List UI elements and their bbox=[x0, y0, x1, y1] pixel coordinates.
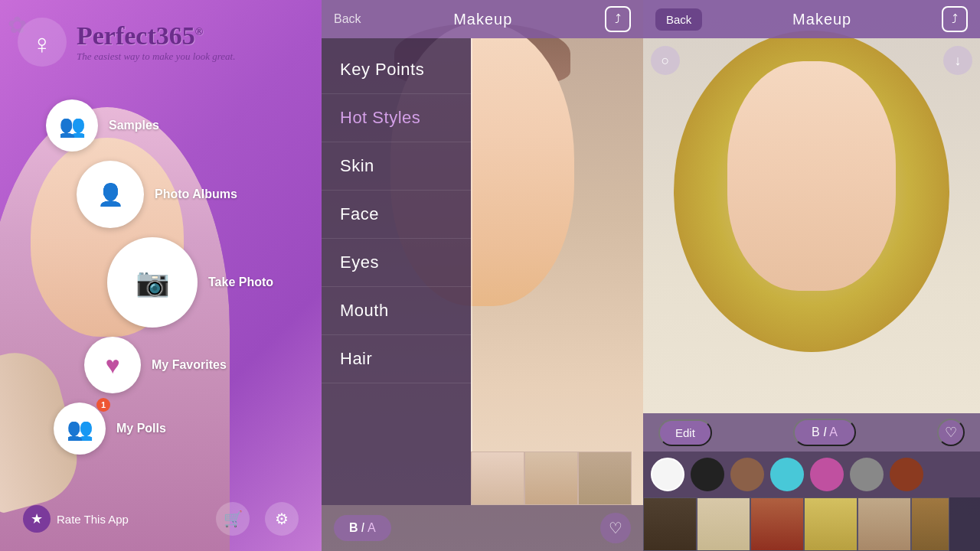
take-photo-label: Take Photo bbox=[208, 276, 273, 289]
middle-panel: Back Makeup ⤴ Key Points Hot Styles Skin… bbox=[322, 0, 643, 551]
rate-label: Rate This App bbox=[57, 513, 129, 526]
svg-text:♀: ♀ bbox=[32, 28, 53, 60]
menu-item-mouth[interactable]: Mouth bbox=[322, 287, 471, 335]
middle-top-bar: Back Makeup ⤴ bbox=[322, 0, 643, 38]
bia-i: I bbox=[361, 521, 364, 535]
samples-label: Samples bbox=[109, 119, 159, 132]
thumb-1[interactable] bbox=[471, 452, 524, 505]
nav-item-favorites[interactable]: ♥ My Favorites bbox=[84, 337, 273, 393]
logo-subtitle: The easiest way to make you look great. bbox=[77, 51, 235, 63]
right-bia-a: A bbox=[829, 425, 838, 439]
nav-item-take-photo[interactable]: 📷 Take Photo bbox=[107, 237, 273, 328]
right-share-button[interactable]: ⤴ bbox=[942, 6, 968, 32]
bia-a: A bbox=[368, 521, 376, 535]
middle-bottom-controls: B I A ♡ bbox=[322, 505, 643, 551]
photo-albums-icon: 👤 bbox=[97, 182, 124, 207]
color-swatch-gray[interactable] bbox=[850, 458, 884, 491]
right-panel: Back Makeup ⤴ ○ ↓ Edit B I A ♡ bbox=[643, 0, 980, 551]
bia-b: B bbox=[349, 521, 358, 535]
color-swatch-brown[interactable] bbox=[730, 458, 764, 491]
favorites-circle[interactable]: ♥ bbox=[84, 337, 141, 393]
right-face-oval bbox=[727, 61, 896, 291]
nav-item-polls[interactable]: 👥 1 My Polls bbox=[54, 403, 273, 455]
cart-button[interactable]: 🛒 bbox=[216, 502, 250, 536]
right-bia-b: B bbox=[812, 425, 820, 439]
logo-text-area: Perfect365® The easiest way to make you … bbox=[77, 21, 235, 63]
left-panel: ✿ ♀ Perfect365® The easiest way to make … bbox=[0, 0, 322, 551]
middle-title: Makeup bbox=[453, 11, 512, 28]
menu-item-key-points[interactable]: Key Points bbox=[322, 46, 471, 94]
logo-reg: ® bbox=[195, 26, 203, 37]
logo-area: ♀ Perfect365® The easiest way to make yo… bbox=[15, 15, 235, 69]
right-thumb-5-img bbox=[858, 498, 910, 550]
polls-label: My Polls bbox=[116, 422, 166, 435]
star-icon: ★ bbox=[23, 505, 51, 533]
polls-icon: 👥 bbox=[67, 416, 93, 442]
color-swatch-pink[interactable] bbox=[810, 458, 844, 491]
color-swatch-white[interactable] bbox=[651, 458, 684, 491]
polls-circle[interactable]: 👥 1 bbox=[54, 403, 106, 455]
heart-icon: ♥ bbox=[106, 351, 120, 380]
right-thumb-5[interactable] bbox=[858, 497, 911, 551]
nav-item-photo-albums[interactable]: 👤 Photo Albums bbox=[77, 161, 273, 228]
download-button[interactable]: ↓ bbox=[943, 46, 972, 75]
nav-item-samples[interactable]: 👥 Samples bbox=[46, 99, 273, 152]
right-thumb-1-img bbox=[644, 498, 696, 550]
color-swatch-cyan[interactable] bbox=[770, 458, 804, 491]
people-icon: 👥 bbox=[59, 113, 86, 139]
right-bia-button[interactable]: B I A bbox=[793, 419, 856, 446]
color-swatch-row bbox=[643, 452, 980, 497]
middle-share-button[interactable]: ⤴ bbox=[605, 6, 631, 32]
thumb-2[interactable] bbox=[524, 452, 578, 505]
favorites-label: My Favorites bbox=[152, 358, 227, 372]
color-swatch-auburn[interactable] bbox=[890, 458, 923, 491]
right-title: Makeup bbox=[792, 11, 851, 28]
logo-title-text: Perfect365 bbox=[77, 21, 195, 50]
right-overlay-controls: ○ ↓ bbox=[643, 38, 980, 83]
right-bottom-controls: Edit B I A ♡ bbox=[643, 413, 980, 551]
logo-title: Perfect365® bbox=[77, 21, 235, 51]
color-swatch-black[interactable] bbox=[691, 458, 724, 491]
right-back-button[interactable]: Back bbox=[655, 8, 702, 31]
menu-overlay: Key Points Hot Styles Skin Face Eyes Mou… bbox=[322, 38, 471, 505]
polls-badge: 1 bbox=[96, 398, 110, 412]
cart-icon: 🛒 bbox=[224, 510, 243, 528]
bottom-icons: 🛒 ⚙ bbox=[216, 502, 299, 536]
right-thumb-4[interactable] bbox=[804, 497, 858, 551]
right-thumb-2[interactable] bbox=[697, 497, 750, 551]
circle-select-button[interactable]: ○ bbox=[651, 46, 680, 75]
right-heart-button[interactable]: ♡ bbox=[937, 419, 965, 446]
right-thumb-4-img bbox=[805, 498, 857, 550]
settings-button[interactable]: ⚙ bbox=[265, 502, 299, 536]
right-bia-i: I bbox=[823, 425, 826, 439]
right-thumb-3[interactable] bbox=[750, 497, 804, 551]
menu-item-hot-styles[interactable]: Hot Styles bbox=[322, 94, 471, 142]
camera-icon: 📷 bbox=[136, 266, 170, 298]
thumbnail-row bbox=[471, 452, 643, 505]
photo-albums-label: Photo Albums bbox=[155, 187, 237, 201]
middle-heart-button[interactable]: ♡ bbox=[600, 513, 631, 543]
menu-item-skin[interactable]: Skin bbox=[322, 142, 471, 191]
samples-circle[interactable]: 👥 bbox=[46, 99, 98, 152]
right-action-bar: Edit B I A ♡ bbox=[643, 413, 980, 452]
bottom-bar: ★ Rate This App 🛒 ⚙ bbox=[0, 502, 322, 536]
right-thumb-2-img bbox=[697, 498, 750, 550]
right-thumbnail-row bbox=[643, 497, 980, 551]
gear-icon: ⚙ bbox=[275, 510, 289, 528]
photo-albums-circle[interactable]: 👤 bbox=[77, 161, 144, 228]
menu-item-hair[interactable]: Hair bbox=[322, 335, 471, 383]
right-thumb-6[interactable] bbox=[911, 497, 949, 551]
rate-app-button[interactable]: ★ Rate This App bbox=[23, 505, 129, 533]
right-thumb-3-img bbox=[751, 498, 803, 550]
share-icon: ⤴ bbox=[615, 12, 621, 26]
middle-back-button[interactable]: Back bbox=[334, 12, 361, 26]
right-share-icon: ⤴ bbox=[952, 12, 958, 26]
take-photo-circle[interactable]: 📷 bbox=[107, 237, 198, 328]
right-thumb-6-img bbox=[912, 498, 949, 550]
menu-item-eyes[interactable]: Eyes bbox=[322, 239, 471, 287]
right-thumb-1[interactable] bbox=[643, 497, 697, 551]
menu-item-face[interactable]: Face bbox=[322, 191, 471, 239]
bia-button[interactable]: B I A bbox=[334, 515, 391, 541]
right-edit-button[interactable]: Edit bbox=[658, 419, 712, 446]
thumb-3[interactable] bbox=[578, 452, 632, 505]
